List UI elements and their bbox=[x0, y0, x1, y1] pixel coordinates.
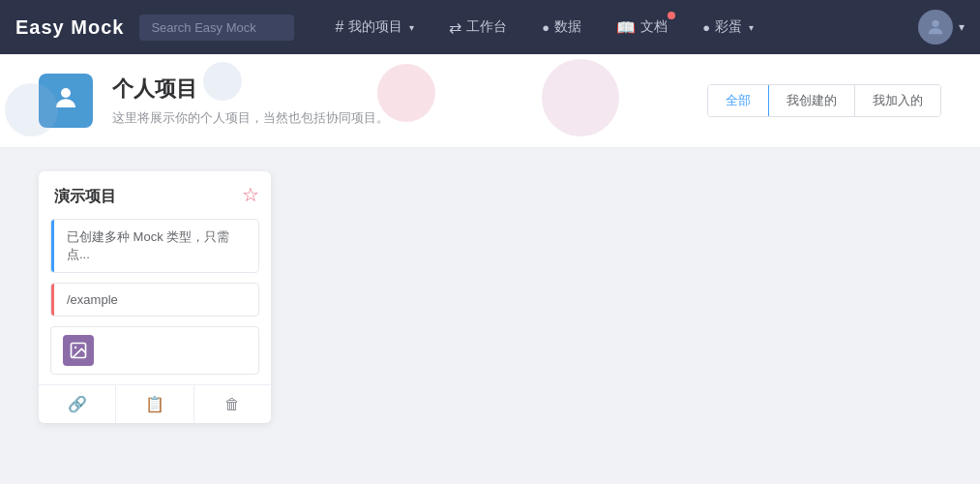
nav-items: # 我的项目 ▾ ⇄ 工作台 ● 数据 📖 文档 ● 彩蛋 ▾ bbox=[317, 0, 918, 54]
filter-joined-button[interactable]: 我加入的 bbox=[855, 85, 940, 116]
nav-label-my-projects: 我的项目 bbox=[348, 18, 402, 36]
nav-label-workspace: 工作台 bbox=[466, 18, 507, 36]
copy-button[interactable]: 📋 bbox=[116, 385, 193, 423]
docs-icon: 📖 bbox=[616, 18, 636, 37]
avatar-chevron-icon: ▾ bbox=[959, 20, 965, 34]
filter-buttons: 全部 我创建的 我加入的 bbox=[707, 84, 941, 117]
copy-link-button[interactable]: 🔗 bbox=[39, 385, 116, 423]
page-subtitle: 这里将展示你的个人项目，当然也包括协同项目。 bbox=[112, 109, 389, 127]
data-icon: ● bbox=[542, 20, 549, 35]
chevron-down-icon: ▾ bbox=[409, 22, 414, 33]
star-icon[interactable]: ☆ bbox=[242, 183, 259, 206]
card-actions: 🔗 📋 🗑 bbox=[39, 384, 271, 423]
project-card: ☆ 演示项目 已创建多种 Mock 类型，只需点... /example bbox=[39, 171, 271, 423]
navbar: Easy Mock # 我的项目 ▾ ⇄ 工作台 ● 数据 📖 文档 ● 彩蛋 … bbox=[0, 0, 980, 54]
app-logo: Easy Mock bbox=[15, 16, 124, 39]
notification-badge bbox=[668, 12, 675, 19]
user-avatar-menu[interactable]: ▾ bbox=[918, 10, 965, 45]
hero-avatar bbox=[39, 74, 93, 128]
item-bar-blue bbox=[51, 220, 54, 272]
hash-icon: # bbox=[335, 18, 343, 36]
nav-item-docs[interactable]: 📖 文档 bbox=[599, 0, 685, 54]
nav-item-data[interactable]: ● 数据 bbox=[524, 0, 599, 54]
hero-text: 个人项目 这里将展示你的个人项目，当然也包括协同项目。 bbox=[112, 75, 389, 127]
filter-all-button[interactable]: 全部 bbox=[708, 85, 769, 116]
nav-label-data: 数据 bbox=[554, 18, 581, 36]
search-input[interactable] bbox=[139, 15, 294, 41]
trash-icon: 🗑 bbox=[224, 396, 240, 413]
nav-item-easter-egg[interactable]: ● 彩蛋 ▾ bbox=[685, 0, 771, 54]
nav-label-easter-egg: 彩蛋 bbox=[715, 18, 742, 36]
card-item-2-text: /example bbox=[63, 292, 247, 307]
svg-point-3 bbox=[74, 347, 77, 349]
person-icon bbox=[51, 83, 80, 119]
card-item-1-text: 已创建多种 Mock 类型，只需点... bbox=[63, 228, 247, 263]
chevron-down-icon-easter: ▾ bbox=[749, 22, 754, 33]
delete-button[interactable]: 🗑 bbox=[194, 385, 271, 423]
card-item-1[interactable]: 已创建多种 Mock 类型，只需点... bbox=[50, 219, 259, 273]
easter-egg-icon: ● bbox=[702, 20, 710, 35]
hero-section: 个人项目 这里将展示你的个人项目，当然也包括协同项目。 全部 我创建的 我加入的 bbox=[0, 54, 980, 148]
svg-point-1 bbox=[61, 88, 71, 98]
image-icon bbox=[63, 335, 94, 366]
svg-point-0 bbox=[932, 20, 938, 27]
avatar bbox=[918, 10, 953, 45]
copy-icon: 📋 bbox=[145, 395, 164, 413]
card-title: 演示项目 bbox=[39, 171, 271, 219]
card-item-image[interactable] bbox=[50, 326, 259, 375]
main-area: ☆ 演示项目 已创建多种 Mock 类型，只需点... /example bbox=[0, 148, 980, 446]
nav-item-my-projects[interactable]: # 我的项目 ▾ bbox=[317, 0, 431, 54]
page-content: 个人项目 这里将展示你的个人项目，当然也包括协同项目。 全部 我创建的 我加入的… bbox=[0, 54, 980, 484]
workspace-icon: ⇄ bbox=[449, 18, 461, 37]
link-icon: 🔗 bbox=[68, 395, 87, 413]
card-item-2[interactable]: /example bbox=[50, 283, 259, 317]
nav-label-docs: 文档 bbox=[640, 18, 668, 36]
page-title: 个人项目 bbox=[112, 75, 389, 104]
deco-circle-3 bbox=[542, 59, 619, 136]
nav-item-workspace[interactable]: ⇄ 工作台 bbox=[431, 0, 524, 54]
item-bar-red bbox=[51, 284, 54, 316]
filter-created-button[interactable]: 我创建的 bbox=[769, 85, 855, 116]
